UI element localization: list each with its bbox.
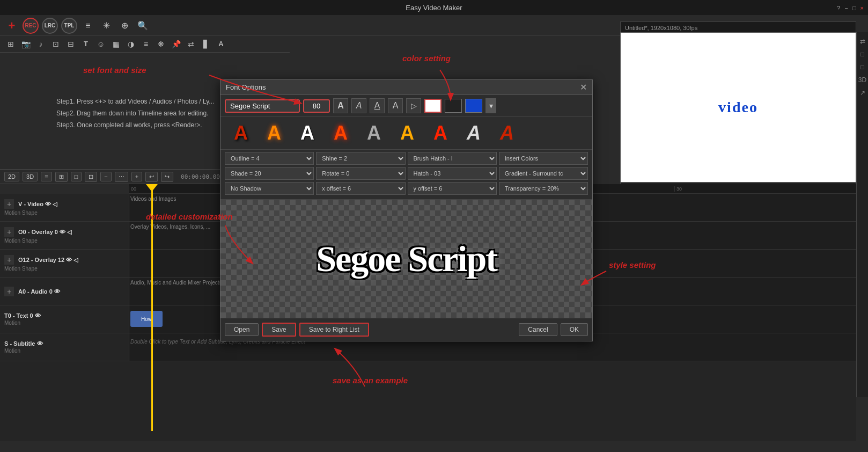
dialog-close-button[interactable]: ✕ <box>580 82 587 92</box>
2d-mode-btn[interactable]: 2D <box>4 172 19 181</box>
style-letter-1[interactable]: A <box>225 119 257 147</box>
video-add-btn[interactable]: + <box>4 199 14 209</box>
underline-btn[interactable]: A <box>370 98 385 113</box>
tl-redo-btn[interactable]: ↪ <box>161 172 173 182</box>
xoffset-select[interactable]: x offset = 6 <box>316 182 405 195</box>
tpl-button[interactable]: TPL <box>61 18 77 34</box>
rs-btn-1[interactable]: ⇄ <box>858 37 867 46</box>
shadow-select[interactable]: No Shadow <box>225 182 314 195</box>
text0-clip[interactable]: How <box>130 311 163 327</box>
track-label-overlay0: + O0 - Overlay 0 👁 ◁ Motion Shape <box>0 225 129 246</box>
shine-select[interactable]: Shine = 2 <box>316 152 405 165</box>
color-white-swatch[interactable] <box>424 99 442 113</box>
italic-btn[interactable]: A <box>351 98 366 113</box>
direction-btn[interactable]: ▷ <box>406 98 421 113</box>
tl-box-btn[interactable]: □ <box>71 172 82 181</box>
opts-row-1: Outline = 4 Shine = 2 Brush Hatch - I In… <box>225 152 588 165</box>
rs-btn-2[interactable]: □ <box>858 49 867 59</box>
overlay-button[interactable]: ⊕ <box>117 18 132 33</box>
overlay0-track-sub: Motion Shape <box>4 238 124 244</box>
tb2-text-btn[interactable]: T <box>79 38 92 50</box>
search-button[interactable]: 🔍 <box>135 18 150 33</box>
style-letter-7[interactable]: A <box>424 119 457 147</box>
cancel-button[interactable]: Cancel <box>519 323 557 336</box>
close-btn[interactable]: × <box>860 5 864 11</box>
ok-button[interactable]: OK <box>561 323 588 336</box>
tl-plus-btn[interactable]: + <box>131 172 142 181</box>
dialog-bottom-bar: Open Save Save to Right List Cancel OK <box>220 318 592 341</box>
overlay0-add-btn[interactable]: + <box>4 227 14 237</box>
rs-btn-3[interactable]: □ <box>858 62 867 72</box>
list-button[interactable]: ≡ <box>80 18 95 33</box>
bold-btn[interactable]: A <box>333 98 348 113</box>
color-blue-swatch[interactable] <box>465 99 482 113</box>
gradient-select[interactable]: Gradient - Surround tc <box>499 167 588 180</box>
hatch-select[interactable]: Hatch - 03 <box>408 167 497 180</box>
tb2-pin-btn[interactable]: 📌 <box>170 38 182 50</box>
transparency-select[interactable]: Transparency = 20% <box>499 182 588 195</box>
brush-hatch-select[interactable]: Brush Hatch - I <box>408 152 497 165</box>
font-size-input[interactable] <box>303 99 330 113</box>
lrc-button[interactable]: LRC <box>42 18 58 34</box>
add-button[interactable]: + <box>4 18 19 33</box>
tl-grid-btn[interactable]: ⊞ <box>55 172 68 182</box>
tl-undo-btn[interactable]: ↩ <box>145 172 158 182</box>
strikethrough-btn[interactable]: A <box>388 98 403 113</box>
font-name-input[interactable] <box>225 99 300 113</box>
tb2-grid-btn[interactable]: ⊞ <box>4 38 17 50</box>
style-letter-5[interactable]: A <box>358 119 390 147</box>
tb2-bars-btn[interactable]: ▋ <box>200 38 212 50</box>
style-letter-3[interactable]: A <box>291 119 323 147</box>
effects-button[interactable]: ✳ <box>99 18 114 33</box>
rs-btn-5[interactable]: ↗ <box>858 88 867 98</box>
font-options-row: A A A A ▷ ▾ <box>220 95 592 117</box>
outline-select[interactable]: Outline = 4 <box>225 152 314 165</box>
rotate-select[interactable]: Rotate = 0 <box>316 167 405 180</box>
text0-track-name: T0 - Text 0 👁 <box>4 312 41 319</box>
shade-select[interactable]: Shade = 20 <box>225 167 314 180</box>
tl-box2-btn[interactable]: ⊡ <box>85 172 97 182</box>
tb2-a-btn[interactable]: A <box>215 38 227 50</box>
preview-video-text: video <box>718 99 758 116</box>
tb2-list-btn[interactable]: ≡ <box>139 38 152 50</box>
color-picker-btn[interactable]: ▾ <box>486 98 496 113</box>
overlay12-add-btn[interactable]: + <box>4 255 14 265</box>
open-button[interactable]: Open <box>225 323 259 336</box>
style-letter-4[interactable]: A <box>325 119 357 147</box>
yoffset-select[interactable]: y offset = 6 <box>408 182 497 195</box>
insert-colors-select[interactable]: Insert Colors <box>499 152 588 165</box>
style-letter-2[interactable]: A <box>258 119 290 147</box>
tb2-camera-btn[interactable]: 📷 <box>19 38 32 50</box>
dialog-title-text: Font Options <box>226 83 266 91</box>
help-btn[interactable]: ? <box>837 5 840 11</box>
tb2-emoji-btn[interactable]: ☺ <box>94 38 107 50</box>
style-letter-9[interactable]: A <box>491 119 523 147</box>
tb2-music-btn[interactable]: ♪ <box>34 38 47 50</box>
audio0-add-btn[interactable]: + <box>4 287 14 296</box>
color-black-swatch[interactable] <box>445 99 462 113</box>
tb2-box-btn[interactable]: ⊡ <box>49 38 62 50</box>
style-letter-8[interactable]: A <box>458 119 490 147</box>
maximize-btn[interactable]: □ <box>852 5 856 11</box>
tb2-circle-btn[interactable]: ◑ <box>124 38 137 50</box>
font-preview-area: Segoe Script <box>220 200 592 318</box>
tl-minus-btn[interactable]: − <box>100 172 111 181</box>
tb2-minus-btn[interactable]: ⊟ <box>64 38 77 50</box>
annotation-color: color setting <box>402 54 451 63</box>
3d-mode-btn[interactable]: 3D <box>23 172 38 181</box>
tb2-grid2-btn[interactable]: ▦ <box>109 38 122 50</box>
window-controls[interactable]: ? − □ × <box>837 0 864 16</box>
dialog-title-bar[interactable]: Font Options ✕ <box>220 80 592 95</box>
save-button[interactable]: Save <box>262 323 296 337</box>
style-letter-6[interactable]: A <box>391 119 423 147</box>
tb2-arrows-btn[interactable]: ⇄ <box>185 38 197 50</box>
ruler-mark-6: 30 <box>674 186 766 192</box>
tl-dots-btn[interactable]: ⋯ <box>115 172 128 182</box>
annotation-font-size: set font and size <box>83 65 146 75</box>
rs-btn-4[interactable]: 3D <box>858 75 867 85</box>
save-right-list-button[interactable]: Save to Right List <box>299 323 369 337</box>
tl-list-btn[interactable]: ≡ <box>41 172 52 181</box>
rec-button[interactable]: REC <box>23 18 39 34</box>
minimize-btn[interactable]: − <box>844 5 848 11</box>
tb2-star-btn[interactable]: ❋ <box>155 38 167 50</box>
